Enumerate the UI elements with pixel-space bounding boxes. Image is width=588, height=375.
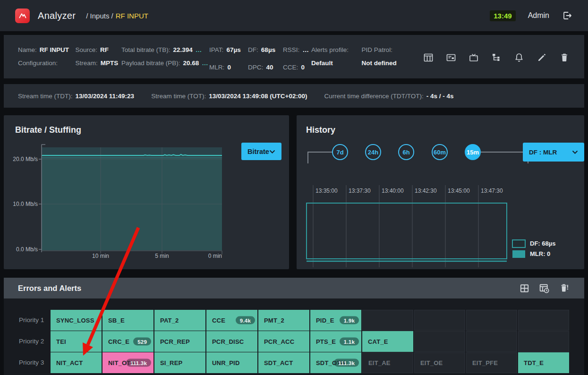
error-cell-nit_oth[interactable]: NIT_OTH111.3k bbox=[102, 352, 153, 373]
errors-table-history-icon[interactable] bbox=[538, 282, 550, 294]
bitrate-metric-dropdown[interactable]: Bitrate bbox=[241, 143, 281, 160]
error-cell-cat_e[interactable]: CAT_E bbox=[362, 331, 413, 352]
error-cell-crc_e[interactable]: CRC_E529 bbox=[102, 331, 153, 352]
history-range-24h[interactable]: 24h bbox=[365, 144, 381, 160]
bitrate-stuffing-panel: Bitrate / Stuffing 20.0 Mb/s 10.0 Mb/s 0… bbox=[4, 115, 289, 269]
table-columns-icon[interactable] bbox=[423, 52, 434, 63]
logout-icon[interactable] bbox=[562, 10, 573, 21]
ipat-value: 67µs bbox=[226, 46, 240, 53]
user-menu[interactable]: Admin bbox=[528, 11, 549, 20]
stream-value: MPTS bbox=[101, 60, 119, 67]
total-bitrate-more[interactable]: … bbox=[196, 46, 202, 53]
tot-label: Stream time (TOT): bbox=[151, 93, 206, 100]
error-cell-label: NIT_ACT bbox=[56, 359, 83, 366]
error-cell-pmt_2[interactable]: PMT_2 bbox=[258, 310, 309, 331]
alerts-profile-label: Alerts profile: bbox=[311, 46, 349, 53]
source-value: RF bbox=[100, 46, 109, 53]
error-count-badge: 111.3k bbox=[334, 359, 359, 367]
history-range-60m[interactable]: 60m bbox=[432, 144, 448, 160]
error-cell-label: PTS_E bbox=[316, 338, 336, 345]
x-tick-5min: 5 min bbox=[148, 253, 176, 259]
legend-mlr-label: MLR: 0 bbox=[530, 250, 550, 257]
ipat-label: IPAT: bbox=[209, 46, 223, 53]
df-label: DF: bbox=[248, 46, 258, 53]
errors-table-view-icon[interactable] bbox=[519, 283, 530, 294]
error-cell-pcr_rep[interactable]: PCR_REP bbox=[154, 331, 205, 352]
error-cell-sdt_act[interactable]: SDT_ACT bbox=[258, 352, 309, 373]
error-cell-sdt_oth[interactable]: SDT_OTH111.3k bbox=[310, 352, 361, 373]
y-tick-0: 0.0 Mb/s bbox=[4, 246, 38, 253]
error-cell-empty bbox=[466, 310, 517, 331]
legend-df-label: DF: 68µs bbox=[530, 240, 555, 247]
tree-view-icon[interactable] bbox=[491, 52, 502, 63]
error-cell-pid_e[interactable]: PID_E1.9k bbox=[310, 310, 361, 331]
error-cell-label: EIT_AE bbox=[368, 359, 391, 366]
stream-time-bar: Stream time (TDT):13/03/2024 11:49:23 St… bbox=[4, 84, 584, 108]
total-bitrate-label: Total bitrate (TB): bbox=[121, 46, 170, 53]
error-cell-si_rep[interactable]: SI_REP bbox=[154, 352, 205, 373]
error-cell-label: SI_REP bbox=[160, 359, 182, 366]
error-cell-sb_e[interactable]: SB_E bbox=[102, 310, 153, 331]
error-cell-eit_ae[interactable]: EIT_AE bbox=[362, 352, 413, 373]
app-title: Analyzer bbox=[38, 10, 76, 21]
error-cell-sync_loss[interactable]: SYNC_LOSS bbox=[51, 310, 102, 331]
dpc-value: 40 bbox=[266, 64, 273, 71]
payload-bitrate-value: 20.68 bbox=[183, 60, 199, 67]
dpc-label: DPC: bbox=[248, 64, 263, 71]
errors-and-alerts-panel: Errors and Alerts Priority 1SYNC_LOSSSB_… bbox=[4, 278, 584, 375]
error-cell-empty bbox=[518, 331, 569, 352]
notifications-bell-icon[interactable] bbox=[513, 52, 525, 63]
pid-patrol-value: Not defined bbox=[362, 60, 397, 67]
history-range-7d[interactable]: 7d bbox=[332, 144, 348, 160]
history-range-6h[interactable]: 6h bbox=[398, 144, 414, 160]
priority-row-label: Priority 3 bbox=[4, 352, 50, 373]
tv-icon[interactable] bbox=[468, 52, 479, 63]
rssi-label: RSSI: bbox=[283, 46, 299, 53]
error-cell-pat_2[interactable]: PAT_2 bbox=[154, 310, 205, 331]
error-cell-unr_pid[interactable]: UNR_PID bbox=[206, 352, 257, 373]
error-cell-tei[interactable]: TEI bbox=[51, 331, 102, 352]
h-tick-5: 13:45:00 bbox=[448, 188, 470, 194]
error-cell-empty bbox=[362, 310, 413, 331]
error-cell-label: SB_E bbox=[108, 317, 125, 324]
error-cell-empty bbox=[414, 331, 465, 352]
error-cell-pcr_acc[interactable]: PCR_ACC bbox=[258, 331, 309, 352]
h-tick-2: 13:37:30 bbox=[349, 188, 371, 194]
error-cell-nit_act[interactable]: NIT_ACT bbox=[51, 352, 102, 373]
payload-bitrate-label: Payload bitrate (PB): bbox=[121, 60, 180, 67]
alerts-profile-value: Default bbox=[311, 60, 333, 67]
error-cell-cce[interactable]: CCE9.4k bbox=[206, 310, 257, 331]
tdt-label: Stream time (TDT): bbox=[18, 93, 73, 100]
edit-pencil-icon[interactable] bbox=[536, 52, 547, 63]
cce-value: 0 bbox=[301, 64, 305, 71]
error-cell-eit_oe[interactable]: EIT_OE bbox=[414, 352, 465, 373]
breadcrumb-inputs-link[interactable]: / Inputs / bbox=[86, 12, 113, 20]
errors-title: Errors and Alerts bbox=[18, 284, 81, 293]
error-cell-label: PCR_ACC bbox=[264, 338, 294, 345]
payload-bitrate-more[interactable]: … bbox=[202, 60, 208, 67]
history-metric-dropdown[interactable]: DF : MLR bbox=[523, 143, 584, 162]
error-cell-eit_pfe[interactable]: EIT_PFE bbox=[466, 352, 517, 373]
input-toolbar bbox=[423, 43, 570, 78]
error-cell-label: UNR_PID bbox=[212, 359, 239, 366]
input-info-bar: Name:RF INPUT Configuration: Source:RF S… bbox=[4, 35, 584, 78]
history-range-15m[interactable]: 15m bbox=[465, 144, 481, 160]
error-cell-pts_e[interactable]: PTS_E1.1k bbox=[310, 331, 361, 352]
error-cell-pcr_disc[interactable]: PCR_DISC bbox=[206, 331, 257, 352]
error-cell-label: TDT_E bbox=[524, 359, 544, 366]
legend-mlr-swatch bbox=[512, 250, 525, 258]
error-cell-empty bbox=[466, 331, 517, 352]
clear-errors-trash-icon[interactable] bbox=[559, 282, 570, 294]
error-cell-label: SYNC_LOSS bbox=[56, 317, 94, 324]
error-cell-label: CAT_E bbox=[368, 338, 388, 345]
app-logo-icon[interactable] bbox=[15, 9, 30, 23]
error-cell-tdt_e[interactable]: TDT_E bbox=[518, 352, 569, 373]
name-value: RF INPUT bbox=[40, 46, 69, 53]
preview-card-icon[interactable] bbox=[445, 52, 457, 63]
error-cell-label: PID_E bbox=[316, 317, 334, 324]
bitrate-chart bbox=[4, 115, 289, 269]
source-label: Source: bbox=[75, 46, 97, 53]
error-cell-label: EIT_OE bbox=[420, 359, 443, 366]
analyzer-screen: Analyzer / Inputs /RF INPUT 13:49 Admin … bbox=[0, 0, 588, 375]
delete-trash-icon[interactable] bbox=[559, 52, 570, 63]
